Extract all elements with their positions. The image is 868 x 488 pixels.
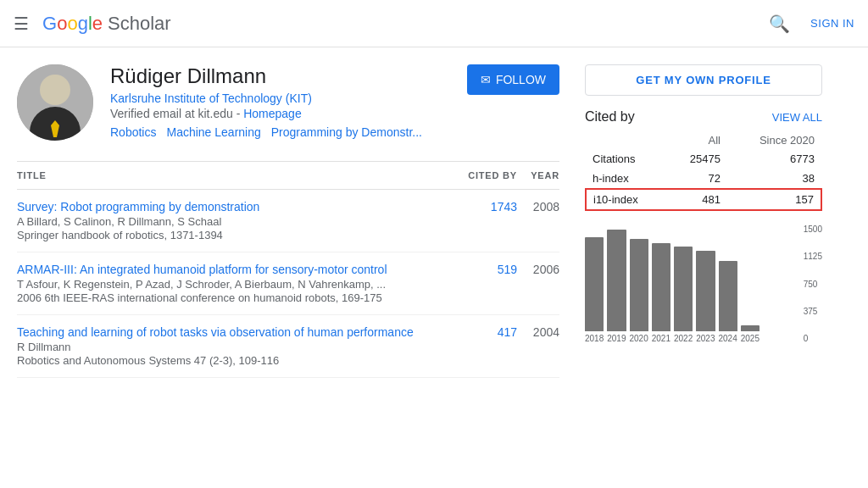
profile-email: Verified email at kit.edu - Homepage <box>110 107 450 120</box>
cited-by-section: Cited by VIEW ALL All Since 2020 Citatio… <box>585 109 822 211</box>
bar-chart-container: 2018 2019 2020 2021 2022 2023 2024 2025 … <box>585 225 822 343</box>
bar-fill-2025 <box>741 325 760 331</box>
paper-title-1[interactable]: ARMAR-III: An integrated humanoid platfo… <box>17 263 449 276</box>
avatar-body <box>30 107 81 141</box>
bar-fill-2022 <box>674 247 693 331</box>
paper-row: Teaching and learning of robot tasks via… <box>17 315 559 378</box>
interest-programming[interactable]: Programming by Demonstr... <box>271 125 422 139</box>
paper-title-2[interactable]: Teaching and learning of robot tasks via… <box>17 325 449 339</box>
y-label-1125: 1125 <box>804 252 822 261</box>
stats-row-citations: Citations 25475 6773 <box>586 149 821 169</box>
bar-fill-2024 <box>719 261 737 331</box>
interest-robotics[interactable]: Robotics <box>110 125 156 139</box>
stats-label: Citations <box>586 149 667 169</box>
bar-2022: 2022 <box>674 247 693 343</box>
bar-fill-2018 <box>585 237 604 331</box>
paper-info: ARMAR-III: An integrated humanoid platfo… <box>17 263 449 304</box>
stats-header-row: All Since 2020 <box>586 131 821 149</box>
profile-affiliation: Karlsruhe Institute of Technology (KIT) <box>110 92 450 105</box>
affiliation-link[interactable]: Karlsruhe Institute of Technology (KIT) <box>110 92 312 105</box>
paper-venue-1: 2006 6th IEEE-RAS international conferen… <box>17 291 449 304</box>
col-header-title: TITLE <box>17 170 449 180</box>
right-panel: GET MY OWN PROFILE Cited by VIEW ALL All… <box>576 47 839 395</box>
paper-row-meta: ARMAR-III: An integrated humanoid platfo… <box>17 263 559 304</box>
col-header-cited: CITED BY <box>449 170 517 180</box>
bar-label-2019: 2019 <box>607 334 626 343</box>
citations-bar-chart: 2018 2019 2020 2021 2022 2023 2024 2025 <box>585 225 785 343</box>
stats-since2020: 157 <box>727 189 821 210</box>
paper-year-1: 2006 <box>517 263 559 276</box>
profile-info: Rüdiger Dillmann Karlsruhe Institute of … <box>110 64 450 139</box>
paper-row: Survey: Robot programming by demonstrati… <box>17 190 559 252</box>
bar-2020: 2020 <box>630 239 648 343</box>
bar-label-2022: 2022 <box>674 334 693 343</box>
bar-label-2020: 2020 <box>630 334 648 343</box>
bar-2021: 2021 <box>652 243 670 343</box>
paper-year-2: 2004 <box>517 325 559 339</box>
stats-row-h-index: h-index 72 38 <box>586 169 821 189</box>
papers-list: Survey: Robot programming by demonstrati… <box>17 190 559 378</box>
paper-cited-2[interactable]: 417 <box>449 325 517 339</box>
profile-avatar <box>17 64 93 141</box>
profile-interests: Robotics Machine Learning Programming by… <box>110 125 450 139</box>
logo-e: e <box>92 13 103 34</box>
logo-o2: o <box>67 13 77 34</box>
interest-ml[interactable]: Machine Learning <box>166 125 260 139</box>
sign-in-button[interactable]: SIGN IN <box>810 17 854 30</box>
stats-col-label <box>586 131 667 149</box>
follow-button[interactable]: ✉ FOLLOW <box>467 64 559 95</box>
bar-label-2021: 2021 <box>652 334 670 343</box>
stats-since2020: 38 <box>727 169 821 189</box>
paper-cited-1[interactable]: 519 <box>449 263 517 276</box>
y-label-0: 0 <box>804 334 822 343</box>
logo-o1: o <box>57 13 67 34</box>
papers-table-header: TITLE CITED BY YEAR <box>17 162 559 190</box>
paper-authors-2: R Dillmann <box>17 341 449 353</box>
bar-2023: 2023 <box>696 251 715 343</box>
col-header-year: YEAR <box>517 170 559 180</box>
avatar-tie <box>51 120 59 137</box>
stats-row-i10-index: i10-index 481 157 <box>586 189 821 210</box>
homepage-link[interactable]: Homepage <box>243 107 302 120</box>
bar-2025: 2025 <box>741 325 760 343</box>
paper-venue-0: Springer handbook of robotics, 1371-1394 <box>17 229 449 241</box>
stats-label: i10-index <box>586 189 667 210</box>
profile-name: Rüdiger Dillmann <box>110 64 450 88</box>
logo-g: G <box>42 13 57 34</box>
main-content: Rüdiger Dillmann Karlsruhe Institute of … <box>0 47 868 395</box>
bar-label-2024: 2024 <box>719 334 737 343</box>
bar-fill-2023 <box>696 251 715 331</box>
paper-row-meta: Survey: Robot programming by demonstrati… <box>17 200 559 241</box>
stats-label: h-index <box>586 169 667 189</box>
bar-label-2023: 2023 <box>696 334 715 343</box>
logo-g2: g <box>78 13 88 34</box>
follow-label: FOLLOW <box>496 73 546 86</box>
paper-info: Teaching and learning of robot tasks via… <box>17 325 449 367</box>
bar-2018: 2018 <box>585 237 604 343</box>
stats-all: 481 <box>667 189 727 210</box>
stats-all: 25475 <box>667 149 727 169</box>
paper-info: Survey: Robot programming by demonstrati… <box>17 200 449 241</box>
paper-cited-0[interactable]: 1743 <box>449 200 517 214</box>
profile-header: Rüdiger Dillmann Karlsruhe Institute of … <box>17 64 559 141</box>
avatar-head <box>40 75 70 105</box>
hamburger-menu[interactable]: ☰ <box>14 14 29 34</box>
y-label-750: 750 <box>804 280 822 289</box>
paper-authors-1: T Asfour, K Regenstein, P Azad, J Schrod… <box>17 278 449 291</box>
follow-icon: ✉ <box>481 73 491 86</box>
google-scholar-logo[interactable]: Google Scholar <box>42 13 171 35</box>
search-icon[interactable]: 🔍 <box>769 14 790 34</box>
papers-section: TITLE CITED BY YEAR Survey: Robot progra… <box>17 161 559 378</box>
bar-fill-2021 <box>652 243 670 331</box>
bar-fill-2019 <box>607 230 626 331</box>
paper-title-0[interactable]: Survey: Robot programming by demonstrati… <box>17 200 449 214</box>
logo-scholar-text: Scholar <box>108 13 171 35</box>
bar-label-2025: 2025 <box>741 334 760 343</box>
view-all-link[interactable]: VIEW ALL <box>772 111 822 124</box>
paper-venue-2: Robotics and Autonomous Systems 47 (2-3)… <box>17 354 449 367</box>
get-profile-button[interactable]: GET MY OWN PROFILE <box>585 64 822 96</box>
paper-authors-0: A Billard, S Calinon, R Dillmann, S Scha… <box>17 215 449 228</box>
stats-table: All Since 2020 Citations 25475 6773 h-in… <box>585 131 822 211</box>
y-label-1500: 1500 <box>804 225 822 234</box>
bar-fill-2020 <box>630 239 648 331</box>
